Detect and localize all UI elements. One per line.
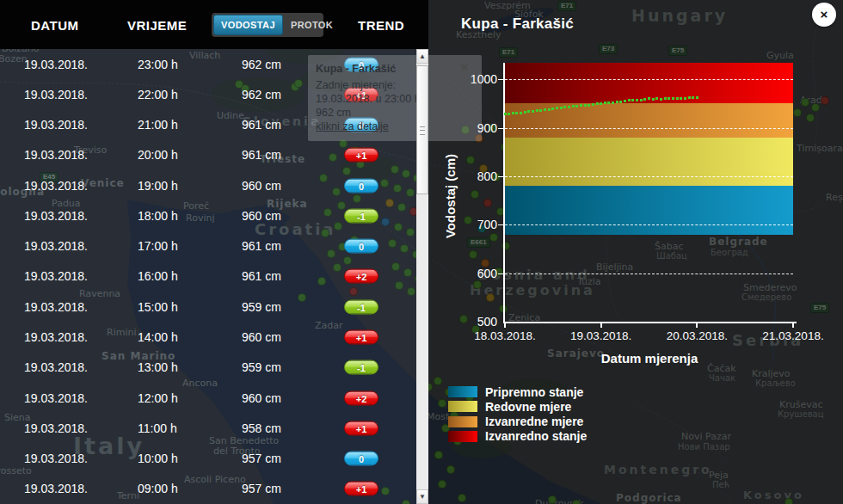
scrollbar-down-button[interactable]: ▼ [416,489,428,504]
row-time: 19:00 h [138,179,178,193]
legend-label: Pripremno stanje [485,385,583,399]
data-point [684,97,686,100]
data-point [692,96,694,99]
row-water-level: 960 cm [242,330,281,344]
data-point [596,102,599,105]
x-tick-label: 20.03.2018. [655,329,738,342]
row-water-level: 961 cm [242,118,281,132]
table-row: 19.03.2018.15:00 h959 cm-1 [0,292,416,322]
row-date: 19.03.2018. [24,452,88,465]
row-water-level: 960 cm [242,179,281,193]
data-point [688,96,691,99]
data-point [664,97,667,100]
tooltip-title: Kupa - Farkašić [316,63,396,75]
trend-badge: 0 [344,178,378,193]
table-row: 19.03.2018.18:00 h960 cm-1 [0,200,416,230]
legend-item: Izvanredne mjere [448,415,583,429]
data-point [512,112,514,114]
tooltip-details-link[interactable]: klikni za detalje [316,120,389,132]
grid-line-1000 [505,79,793,80]
data-point [560,107,563,109]
protok-button[interactable]: PROTOK [283,15,341,35]
data-point [652,98,655,101]
legend-item: Izvanredno stanje [448,429,587,444]
table-scrollbar[interactable]: ▲ ▼ [416,49,428,504]
data-point [536,109,538,112]
chart-panel: Kupa - Farkašić × Vodostaj (cm) Datum mj… [428,0,843,504]
row-time: 15:00 h [138,300,178,314]
legend-label: Izvanredne mjere [485,415,583,428]
scrollbar-up-button[interactable]: ▲ [416,49,428,64]
trend-badge: +1 [344,421,378,435]
trend-badge: +1 [344,148,378,163]
data-point [544,108,546,111]
trend-badge: +1 [344,330,378,345]
vodostaj-button[interactable]: VODOSTAJ [213,15,283,35]
row-water-level: 960 cm [242,209,281,223]
column-header-trend: TREND [358,18,404,33]
tooltip-value: 962 cm [316,107,351,119]
legend-item: Redovne mjere [448,399,571,414]
row-time: 09:00 h [138,482,178,495]
data-point [584,104,587,107]
row-time: 20:00 h [138,148,178,162]
legend-label: Izvanredno stanje [485,429,587,443]
row-time: 21:00 h [138,118,178,132]
y-tick-label: 600 [452,267,497,280]
trend-badge: +2 [344,390,378,405]
row-water-level: 961 cm [242,148,281,162]
app-root: HungaryCroatiaItalyBosnia andHerzegovina… [0,0,843,504]
row-date: 19.03.2018. [24,482,88,495]
data-point [580,104,582,107]
row-date: 19.03.2018. [24,239,88,253]
x-tick [600,323,602,328]
scrollbar-thumb-grip [420,126,425,135]
data-point [551,108,554,110]
data-point [631,99,634,101]
data-point [619,101,622,103]
table-header: DATUM VRIJEME VODOSTAJ PROTOK TREND [0,0,428,49]
data-point [515,112,518,114]
data-point [660,98,662,101]
table-row: 19.03.2018.19:00 h960 cm0 [0,170,416,200]
data-point [600,102,602,105]
trend-badge: +2 [344,269,378,284]
scrollbar-thumb[interactable] [416,65,428,194]
data-point [643,98,646,101]
row-water-level: 959 cm [242,360,281,374]
data-point [588,104,590,107]
trend-badge: -1 [344,299,378,314]
data-point [539,109,542,112]
tooltip-close-icon[interactable]: × [461,62,468,72]
trend-badge: -1 [344,208,378,223]
vodostaj-protok-toggle: VODOSTAJ PROTOK [212,13,323,37]
table-row: 19.03.2018.10:00 h957 cm0 [0,443,416,473]
column-header-vrijeme: VRIJEME [127,18,187,33]
table-row: 19.03.2018.17:00 h961 cm0 [0,231,416,261]
y-tick-label: 800 [452,169,497,183]
table-row: 19.03.2018.14:00 h960 cm+1 [0,322,416,352]
legend-swatch [448,401,477,412]
legend-label: Redovne mjere [485,400,571,414]
y-tick-label: 500 [452,315,497,329]
table-row: 19.03.2018.13:00 h959 cm-1 [0,353,416,383]
table-row: 19.03.2018.11:00 h958 cm+1 [0,413,416,443]
data-point [612,101,614,104]
legend-item: Pripremno stanje [448,384,583,399]
data-point [672,97,674,100]
row-date: 19.03.2018. [24,391,88,405]
data-point [527,110,530,113]
x-tick [696,323,698,328]
data-point [628,99,631,101]
y-axis-line [503,63,505,323]
y-tick-label: 700 [452,218,497,231]
trend-badge: -1 [344,360,378,375]
data-point [556,107,558,109]
row-date: 19.03.2018. [24,118,88,132]
row-water-level: 957 cm [242,482,281,495]
trend-badge: 0 [344,239,378,254]
data-point [592,103,594,106]
row-time: 10:00 h [138,452,178,465]
row-date: 19.03.2018. [24,58,88,71]
row-time: 18:00 h [138,209,178,223]
